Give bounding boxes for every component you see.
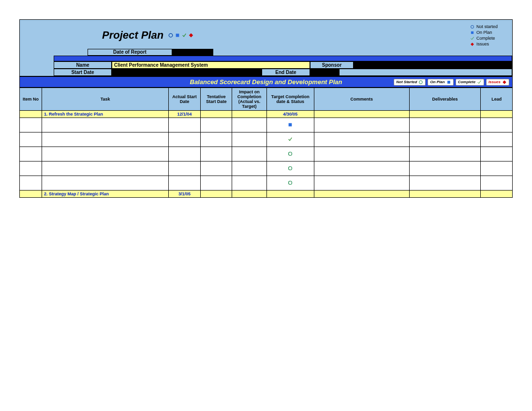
- cell-task: 2. Strategy Map / Strategic Plan: [42, 191, 168, 198]
- col-item-no: Item No: [20, 88, 42, 111]
- col-lead: Lead: [481, 88, 513, 111]
- name-value: Client Performance Management System: [112, 61, 310, 69]
- start-date-value: [112, 69, 262, 76]
- date-report-row: Date of Report: [20, 49, 512, 56]
- svg-rect-6: [289, 123, 292, 126]
- sponsor-value: [354, 61, 512, 69]
- diamond-icon: [502, 80, 507, 85]
- cell-item-no: [20, 118, 42, 132]
- legend-not-started: Not started: [470, 24, 498, 29]
- cell-actual-start: [169, 161, 201, 176]
- name-label: Name: [54, 61, 112, 69]
- cell-deliverables: [409, 111, 481, 118]
- circle-icon: [418, 80, 423, 85]
- button-label: Not Started: [396, 80, 417, 84]
- circle-icon: [168, 33, 173, 38]
- diamond-icon: [189, 33, 193, 38]
- svg-rect-5: [447, 81, 450, 84]
- cell-lead: [481, 111, 513, 118]
- check-icon: [288, 137, 293, 142]
- cell-tentative-start: [200, 118, 232, 132]
- cell-impact: [232, 191, 266, 198]
- legend-complete: Complete: [470, 35, 498, 41]
- start-date-label: Start Date: [54, 69, 112, 76]
- legend: Not started On Plan Complete Issues: [470, 24, 498, 47]
- table-row: 1. Refresh the Strategic Plan12/1/044/30…: [20, 111, 513, 118]
- cell-target: [266, 176, 314, 191]
- cell-actual-start: 12/1/04: [169, 111, 201, 118]
- table-row: 2. Strategy Map / Strategic Plan3/1/05: [20, 191, 513, 198]
- cell-comments: [314, 191, 409, 198]
- cell-comments: [314, 176, 409, 191]
- legend-label: Complete: [476, 35, 495, 41]
- cell-target: [266, 161, 314, 176]
- cell-actual-start: [169, 176, 201, 191]
- not-started-button[interactable]: Not Started: [394, 79, 426, 86]
- legend-on-plan: On Plan: [470, 29, 498, 35]
- cell-comments: [314, 118, 409, 132]
- cell-lead: [481, 161, 513, 176]
- cell-target: [266, 132, 314, 147]
- cell-comments: [314, 161, 409, 176]
- cell-item-no: [20, 161, 42, 176]
- svg-rect-1: [176, 34, 179, 37]
- button-label: Issues: [488, 80, 501, 84]
- cell-actual-start: 3/1/05: [169, 191, 201, 198]
- cell-tentative-start: [200, 111, 232, 118]
- table-row: [20, 118, 513, 132]
- cell-item-no: [20, 191, 42, 198]
- end-date-label: End Date: [262, 69, 310, 76]
- cell-impact: [232, 111, 266, 118]
- cell-target: [266, 147, 314, 161]
- cell-lead: [481, 118, 513, 132]
- title-status-icons: [168, 33, 193, 38]
- cell-task: [42, 176, 168, 191]
- project-plan-page: Project Plan Not started On Plan Co: [19, 19, 513, 198]
- title-row: Project Plan Not started On Plan Co: [20, 20, 512, 49]
- cell-item-no: [20, 132, 42, 147]
- cell-comments: [314, 147, 409, 161]
- cell-deliverables: [409, 132, 481, 147]
- cell-deliverables: [409, 176, 481, 191]
- cell-task: [42, 132, 168, 147]
- cell-tentative-start: [200, 176, 232, 191]
- cell-lead: [481, 132, 513, 147]
- col-target: Target Completion date & Status: [266, 88, 314, 111]
- check-icon: [470, 36, 474, 41]
- issues-button[interactable]: Issues: [486, 79, 509, 86]
- cell-task: [42, 118, 168, 132]
- cell-task: 1. Refresh the Strategic Plan: [42, 111, 168, 118]
- col-actual-start: Actual Start Date: [169, 88, 201, 111]
- cell-actual-start: [169, 118, 201, 132]
- circle-icon: [288, 166, 293, 171]
- status-button-group: Not Started On Plan Complete Issues: [394, 79, 509, 86]
- complete-button[interactable]: Complete: [456, 79, 484, 86]
- svg-point-4: [419, 80, 423, 84]
- legend-label: On Plan: [476, 29, 492, 35]
- cell-item-no: [20, 111, 42, 118]
- button-label: Complete: [458, 80, 475, 84]
- end-date-value: [310, 69, 339, 76]
- table-row: [20, 176, 513, 191]
- legend-issues: Issues: [470, 41, 498, 47]
- cell-tentative-start: [200, 147, 232, 161]
- legend-label: Not started: [476, 24, 498, 29]
- cell-impact: [232, 132, 266, 147]
- col-comments: Comments: [314, 88, 409, 111]
- circle-icon: [470, 25, 474, 29]
- check-icon: [477, 80, 482, 85]
- blue-separator-bar: [54, 56, 512, 61]
- check-icon: [182, 33, 187, 38]
- cell-tentative-start: [200, 132, 232, 147]
- cell-deliverables: [409, 161, 481, 176]
- button-label: On Plan: [430, 80, 444, 84]
- cell-impact: [232, 147, 266, 161]
- on-plan-button[interactable]: On Plan: [428, 79, 453, 86]
- circle-icon: [288, 180, 293, 185]
- table-row: [20, 161, 513, 176]
- cell-actual-start: [169, 147, 201, 161]
- col-tentative-start: Tentative Start Date: [200, 88, 232, 111]
- table-row: [20, 132, 513, 147]
- sponsor-label: Sponsor: [310, 61, 354, 69]
- cell-actual-start: [169, 132, 201, 147]
